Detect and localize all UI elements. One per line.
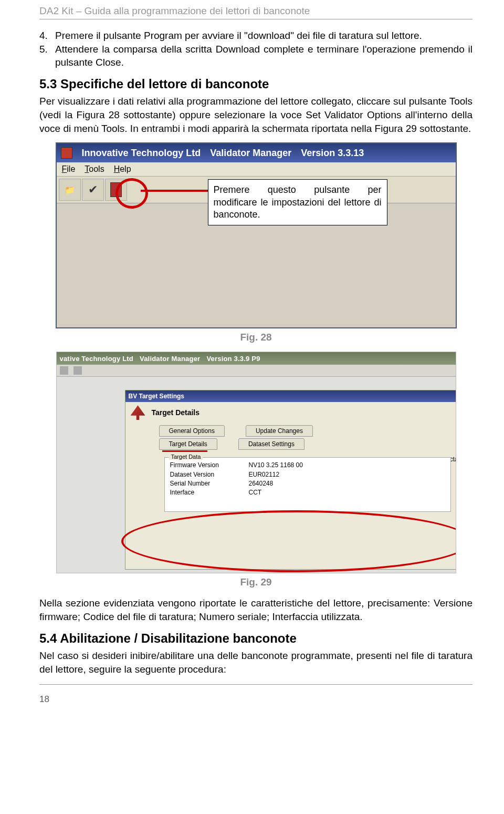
step-5-text: Attendere la comparsa della scritta Down… [55, 43, 472, 69]
bv-target-settings-window: BV Target Settings Target Details Genera… [125, 390, 456, 570]
titlebar29-company: vative Technology Ltd [60, 355, 133, 363]
tab-dataset-settings[interactable]: Dataset Settings [238, 438, 304, 450]
toolbar29-icon-2[interactable] [74, 366, 82, 375]
field-serial-val: 2640248 [249, 479, 274, 488]
section-5-4-body: Nel caso si desideri inibire/abilitare u… [39, 649, 472, 676]
figure-29: vative Technology Ltd Validator Manager … [56, 352, 456, 573]
field-firmware-val: NV10 3.25 1168 00 [249, 461, 303, 470]
arrow-icon [131, 405, 145, 420]
figure-28-caption: Fig. 28 [39, 332, 472, 343]
tab-row-1: General Options Update Changes [159, 425, 454, 437]
open-folder-button[interactable]: 📁 [59, 179, 81, 201]
device-icon [110, 182, 122, 197]
menu-help[interactable]: Help [114, 164, 131, 174]
tab-update-changes[interactable]: Update Changes [246, 425, 313, 437]
check-icon: ✔ [88, 183, 98, 197]
field-interface-val: CCT [249, 488, 262, 497]
section-5-3-heading: 5.3 Specifiche del lettore di banconote [39, 76, 472, 92]
menu-file[interactable]: File [62, 164, 76, 174]
titlebar29-version: Version 3.3.9 P9 [206, 355, 260, 363]
menu-tools[interactable]: Tools [85, 164, 104, 174]
tab-underline [162, 450, 207, 452]
field-serial: Serial Number 2640248 [170, 479, 445, 488]
figure-28: Innovative Technology Ltd Validator Mana… [56, 142, 457, 328]
titlebar-version: Version 3.3.13 [301, 148, 364, 159]
inner-header-label: Target Details [152, 408, 200, 417]
inner-titlebar: BV Target Settings [125, 390, 456, 402]
field-interface: Interface CCT [170, 488, 445, 497]
footer-rule [39, 684, 472, 685]
para-after-fig29: Nella sezione evidenziata vengono riport… [39, 596, 472, 623]
header-rule [39, 19, 472, 19]
inner-header-row: Target Details [125, 402, 456, 423]
field-dataset: Dataset Version EUR02112 [170, 470, 445, 479]
titlebar-app: Validator Manager [210, 148, 291, 159]
tab-target-details[interactable]: Target Details [159, 438, 217, 450]
tab-general-options[interactable]: General Options [159, 425, 225, 437]
step-4: 4. Premere il pulsante Program per avvia… [39, 29, 472, 43]
field-serial-key: Serial Number [170, 479, 249, 488]
menubar: File Tools Help [57, 162, 456, 177]
toolbar29-icon-1[interactable] [60, 366, 68, 375]
target-data-label: Target Data [169, 454, 203, 460]
target-data-panel: Target Data Firmware Version NV10 3.25 1… [164, 457, 451, 512]
callout-box: Premere questo pulsante per modificare l… [208, 179, 387, 225]
field-dataset-val: EUR02112 [249, 470, 280, 479]
annotation-line [141, 190, 208, 192]
field-firmware: Firmware Version NV10 3.25 1168 00 [170, 461, 445, 470]
step-5-num: 5. [39, 43, 55, 69]
titlebar-company: Innovative Technology Ltd [82, 148, 201, 159]
titlebar29-app: Validator Manager [140, 355, 200, 363]
check-button[interactable]: ✔ [82, 179, 104, 201]
section-5-4-heading: 5.4 Abilitazione / Disabilitazione banco… [39, 630, 472, 647]
window-titlebar-29: vative Technology Ltd Validator Manager … [57, 352, 456, 365]
field-interface-key: Interface [170, 488, 249, 497]
figure-29-caption: Fig. 29 [39, 576, 472, 588]
page-number: 18 [39, 694, 472, 705]
window-titlebar: Innovative Technology Ltd Validator Mana… [57, 143, 456, 162]
toolbar-29 [57, 365, 456, 377]
app-icon [61, 147, 72, 159]
section-5-3-body: Per visualizzare i dati relativi alla pr… [39, 95, 472, 135]
field-firmware-key: Firmware Version [170, 461, 249, 470]
step-4-text: Premere il pulsante Program per avviare … [55, 29, 472, 43]
tab-row-2: Target Details Dataset Settings [159, 438, 454, 450]
validator-options-button[interactable] [105, 179, 127, 201]
step-4-num: 4. [39, 29, 55, 43]
doc-header: DA2 Kit – Guida alla programmazione dei … [39, 0, 472, 19]
field-dataset-key: Dataset Version [170, 470, 249, 479]
step-5: 5. Attendere la comparsa della scritta D… [39, 43, 472, 69]
annotation-ellipse [121, 510, 456, 572]
folder-icon: 📁 [65, 185, 75, 195]
